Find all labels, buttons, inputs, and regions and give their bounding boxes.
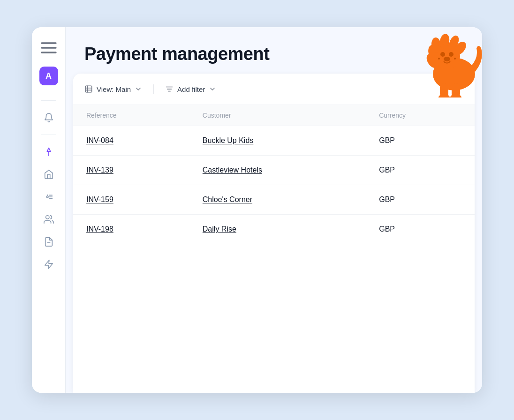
reference-cell: INV-084 [73,126,189,156]
filter-label: Add filter [177,85,205,93]
svg-point-16 [454,58,456,60]
col-currency: Currency [366,105,475,126]
svg-point-15 [438,58,440,60]
svg-point-14 [444,57,450,61]
customer-cell: Buckle Up Kids [189,126,366,156]
reference-cell: INV-159 [73,185,189,215]
svg-point-23 [46,196,48,198]
reference-link[interactable]: INV-139 [86,166,113,174]
reference-link[interactable]: INV-084 [86,136,113,144]
svg-point-12 [440,52,445,57]
filter-icon-button[interactable] [39,142,58,161]
toolbar-divider [153,84,154,94]
team-icon-button[interactable] [39,210,58,229]
customer-link[interactable]: Castleview Hotels [203,166,262,174]
sidebar-divider-top [41,100,56,101]
documents-icon-button[interactable] [39,232,58,251]
home-icon-button[interactable] [39,165,58,184]
currency-cell: GBP [366,215,475,244]
table-row: INV-159Chloe's CornerGBP [73,185,475,215]
customer-link[interactable]: Daily Rise [203,225,236,233]
table-view-icon [84,85,93,93]
customer-cell: Daily Rise [189,215,366,244]
svg-point-13 [449,52,454,57]
page-title: Payment management [84,44,269,64]
svg-point-27 [46,195,48,196]
lion-logo [412,27,482,98]
col-customer: Customer [189,105,366,126]
currency-cell: GBP [366,126,475,156]
svg-marker-30 [45,260,53,269]
tasks-icon-button[interactable] [39,188,58,206]
reference-cell: INV-139 [73,156,189,185]
menu-toggle-button[interactable] [39,38,58,57]
lightning-icon-button[interactable] [39,255,58,274]
reference-link[interactable]: INV-198 [86,225,113,233]
currency-cell: GBP [366,156,475,185]
customer-cell: Castleview Hotels [189,156,366,185]
payments-table: Reference Customer Currency INV-084Buckl… [73,105,475,244]
customer-link[interactable]: Chloe's Corner [203,195,252,203]
col-reference: Reference [73,105,189,126]
reference-link[interactable]: INV-159 [86,195,113,203]
add-filter-button[interactable]: Add filter [165,83,216,95]
svg-rect-31 [85,86,92,92]
table-header-row: Reference Customer Currency [73,105,475,126]
table-row: INV-139Castleview HotelsGBP [73,156,475,185]
svg-point-28 [45,216,49,219]
filter-lines-icon [165,85,174,93]
table-row: INV-198Daily RiseGBP [73,215,475,244]
view-selector-button[interactable]: View: Main [84,83,142,95]
table-row: INV-084Buckle Up KidsGBP [73,126,475,156]
sidebar-divider-mid [41,135,56,135]
sidebar: A [32,27,66,393]
app-container: A [32,27,482,393]
customer-cell: Chloe's Corner [189,185,366,215]
user-avatar[interactable]: A [39,67,58,85]
filter-chevron-icon [209,85,216,93]
table-area: View: Main Add filter [73,74,475,393]
currency-cell: GBP [366,185,475,215]
view-label: View: Main [97,85,131,93]
chevron-down-icon [135,85,142,93]
reference-cell: INV-198 [73,215,189,244]
customer-link[interactable]: Buckle Up Kids [203,136,254,144]
notifications-icon-button[interactable] [39,108,58,127]
